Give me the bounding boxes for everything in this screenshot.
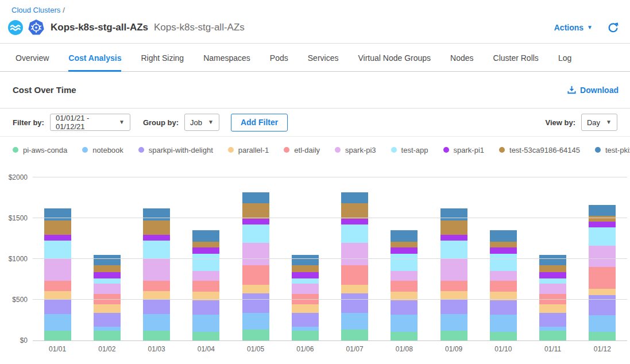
bar-segment-test-pkix <box>539 255 566 265</box>
gridline <box>33 258 627 259</box>
bar-segment-parallel-1 <box>143 291 170 299</box>
page-title: Kops-k8s-stg-all-AZs <box>51 22 148 33</box>
bar-segment-notebook <box>589 315 616 332</box>
tab-services[interactable]: Services <box>308 53 339 72</box>
bar-segment-spark-pi3 <box>94 284 121 294</box>
bar-group-01-12 <box>578 165 627 340</box>
bar-segment-parallel-1 <box>292 304 319 313</box>
group-by-select[interactable]: Job ▼ <box>184 114 219 131</box>
x-tick-label: 01/03 <box>132 345 181 353</box>
legend-label: spark-pi3 <box>345 146 376 154</box>
tab-log[interactable]: Log <box>558 53 571 72</box>
download-button[interactable]: Download <box>567 86 619 95</box>
bar-segment-test-pkix <box>242 192 269 203</box>
bar-segment-spark-pi1 <box>539 272 566 278</box>
bar-segment-pi-aws-conda <box>341 330 368 340</box>
bar-segment-pi-aws-conda <box>44 331 71 340</box>
bar-segment-spark-pi3 <box>539 284 566 294</box>
legend-label: sparkpi-with-delight <box>149 146 213 154</box>
bar-segment-spark-pi3 <box>391 271 418 281</box>
date-range-select[interactable]: 01/01/21 - 01/12/21 ▼ <box>50 114 130 131</box>
chevron-down-icon: ▼ <box>587 25 593 30</box>
bar-segment-spark-pi1 <box>490 247 517 254</box>
legend-item-test-53ca9186-64145[interactable]: test-53ca9186-64145 <box>499 146 580 154</box>
bar-segment-spark-pi1 <box>440 235 467 241</box>
chart-x-axis: 01/0101/0201/0301/0401/0501/0601/0701/08… <box>33 345 627 353</box>
bar-segment-etl-daily <box>44 281 71 291</box>
legend-dot <box>284 147 289 153</box>
actions-button[interactable]: Actions ▼ <box>554 23 593 32</box>
legend-dot <box>13 147 18 153</box>
add-filter-button[interactable]: Add Filter <box>231 114 288 131</box>
bar-segment-sparkpi-with-delight <box>143 299 170 314</box>
bar-segment-pi-aws-conda <box>539 331 566 340</box>
legend-item-parallel-1[interactable]: parallel-1 <box>228 146 269 154</box>
bar-segment-test-53ca9186-64145 <box>391 242 418 248</box>
y-tick-label: $0 <box>0 336 28 344</box>
bar-segment-test-pkix <box>192 230 219 242</box>
bar-segment-spark-pi1 <box>341 219 368 224</box>
tab-namespaces[interactable]: Namespaces <box>203 53 250 72</box>
x-tick-label: 01/01 <box>33 345 82 353</box>
bar-segment-test-53ca9186-64145 <box>143 220 170 235</box>
legend-item-test-app[interactable]: test-app <box>391 146 428 154</box>
x-tick-label: 01/04 <box>181 345 231 353</box>
bar-group-01-03 <box>132 165 181 340</box>
legend-dot <box>499 147 505 153</box>
bar-segment-spark-pi3 <box>242 243 269 265</box>
bar-segment-spark-pi3 <box>292 284 319 294</box>
legend-item-spark-pi1[interactable]: spark-pi1 <box>443 146 484 154</box>
legend-item-notebook[interactable]: notebook <box>82 146 123 154</box>
gridline <box>33 218 627 218</box>
stacked-bar <box>539 255 566 340</box>
legend-item-spark-pi3[interactable]: spark-pi3 <box>335 146 376 154</box>
bar-segment-test-app <box>292 278 319 284</box>
tab-nodes[interactable]: Nodes <box>450 53 473 72</box>
bar-segment-test-53ca9186-64145 <box>192 242 219 248</box>
bar-segment-pi-aws-conda <box>192 332 219 340</box>
bar-group-01-02 <box>82 165 132 340</box>
tab-cost-analysis[interactable]: Cost Analysis <box>68 53 121 72</box>
legend-item-sparkpi-with-delight[interactable]: sparkpi-with-delight <box>138 146 213 154</box>
tab-pods[interactable]: Pods <box>270 53 288 72</box>
tab-virtual-node-groups[interactable]: Virtual Node Groups <box>358 53 431 72</box>
y-tick-label: $1500 <box>0 214 28 222</box>
legend-item-test-pkix[interactable]: test-pkix <box>595 146 630 154</box>
section-title: Cost Over Time <box>13 85 76 95</box>
stacked-bar <box>589 205 616 340</box>
section-header: Cost Over Time Download <box>0 72 630 109</box>
bar-segment-etl-daily <box>440 281 467 291</box>
bar-segment-spark-pi1 <box>391 247 418 254</box>
bar-segment-sparkpi-with-delight <box>589 295 616 315</box>
bar-segment-parallel-1 <box>94 304 121 313</box>
bar-segment-test-53ca9186-64145 <box>44 220 71 235</box>
stacked-bar <box>341 192 368 340</box>
bar-segment-etl-daily <box>192 281 219 291</box>
tab-cluster-rolls[interactable]: Cluster Rolls <box>493 53 539 72</box>
bar-segment-parallel-1 <box>242 285 269 293</box>
bar-segment-pi-aws-conda <box>589 332 616 340</box>
bar-segment-spark-pi1 <box>292 272 319 278</box>
legend-label: test-app <box>401 146 428 154</box>
bar-segment-test-53ca9186-64145 <box>539 265 566 273</box>
bar-segment-test-53ca9186-64145 <box>589 216 616 222</box>
breadcrumb-link-cloud-clusters[interactable]: Cloud Clusters <box>11 6 60 14</box>
view-by-value: Day <box>587 118 600 127</box>
bar-segment-sparkpi-with-delight <box>440 299 467 314</box>
bar-segment-test-53ca9186-64145 <box>242 203 269 219</box>
bar-group-01-05 <box>231 165 280 340</box>
legend-item-pi-aws-conda[interactable]: pi-aws-conda <box>13 146 67 154</box>
tab-right-sizing[interactable]: Right Sizing <box>141 53 184 72</box>
chart-plot: $0$500$1000$1500$2000 <box>33 165 627 341</box>
view-by-select[interactable]: Day ▼ <box>581 114 617 131</box>
date-range-value: 01/01/21 - 01/12/21 <box>56 114 113 131</box>
bar-segment-parallel-1 <box>341 285 368 293</box>
refresh-icon[interactable] <box>608 22 619 33</box>
bar-segment-spark-pi3 <box>440 258 467 280</box>
stacked-bar <box>143 208 170 340</box>
group-by-label: Group by: <box>143 118 179 127</box>
legend-item-etl-daily[interactable]: etl-daily <box>284 146 320 154</box>
x-tick-label: 01/10 <box>478 345 528 353</box>
tab-overview[interactable]: Overview <box>16 53 49 72</box>
cost-over-time-chart: $0$500$1000$1500$2000 01/0101/0201/0301/… <box>33 165 627 353</box>
